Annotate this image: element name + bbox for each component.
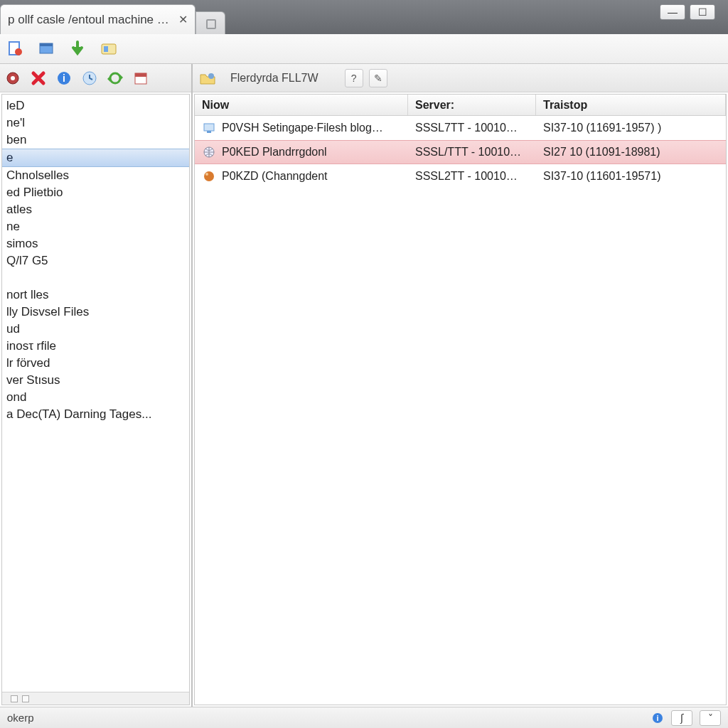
grid-panel: Niow Server: Traistop P0VSH Setingape·Fi…	[194, 94, 727, 705]
svg-rect-6	[104, 46, 108, 52]
tree-item[interactable]: leD	[2, 97, 189, 114]
window-icon[interactable]	[37, 40, 55, 58]
cell-server: SSSL/TTT - 10010…	[408, 146, 536, 159]
tree-item[interactable]: ne'l	[2, 114, 189, 132]
tree-panel: leDne'lbeneChnolsellesed Plietbioatlesne…	[1, 94, 190, 705]
column-header-traistop[interactable]: Traistop	[536, 95, 726, 115]
tree-item[interactable]: ver Stısus	[2, 372, 189, 389]
svg-point-8	[11, 76, 15, 80]
svg-point-1	[15, 48, 22, 55]
gear-icon[interactable]	[4, 70, 21, 87]
tree-item[interactable]: ond	[2, 389, 189, 406]
tree-item[interactable]: lr förved	[2, 355, 189, 372]
tree-item[interactable]: ed Plietbio	[2, 184, 189, 201]
cell-server: SSSL2TT - 10010…	[408, 170, 536, 183]
sync-icon[interactable]	[107, 70, 124, 87]
tree-list[interactable]: leDne'lbeneChnolsellesed Plietbioatlesne…	[2, 95, 189, 692]
cell-traistop: SI27 10 (11091‑18981)	[536, 146, 726, 159]
svg-point-20	[204, 171, 214, 181]
table-row[interactable]: P0KED PlandrrgdonlSSSL/TTT - 10010…SI27 …	[195, 140, 726, 164]
tree-item[interactable]	[2, 269, 189, 287]
main-toolbar	[0, 34, 728, 64]
svg-rect-17	[204, 124, 214, 131]
right-panel: Flerdyrda FLL7W ? ✎ Niow Server: Traisto…	[192, 64, 728, 707]
tree-item[interactable]: atles	[2, 201, 189, 218]
tree-item[interactable]: ben	[2, 132, 189, 149]
table-row[interactable]: P0VSH Setingape·Filesh blog…SSSL7TT - 10…	[195, 116, 726, 140]
tree-item[interactable]: a Dec(TA) Darning Tages...	[2, 406, 189, 423]
svg-rect-18	[207, 131, 211, 133]
cell-niow: P0VSH Setingape·Filesh blog…	[222, 122, 383, 134]
breadcrumb-label: Flerdyrda FLL7W	[223, 68, 326, 88]
left-panel: i leDne'lbeneChnolsellesed Plietbioatles…	[0, 64, 192, 707]
tree-item[interactable]: lly Disvsel Files	[2, 304, 189, 321]
scroll-left-icon[interactable]	[11, 695, 18, 702]
window-controls: — ☐	[660, 4, 728, 34]
column-header-niow[interactable]: Niow	[195, 95, 408, 115]
status-bar: okerp i ʃ ˅	[0, 707, 728, 728]
cell-traistop: SI37-10 (11691‑1957) )	[536, 122, 726, 134]
tree-item[interactable]: nort lles	[2, 287, 189, 304]
svg-point-21	[205, 173, 208, 176]
active-tab[interactable]: p ollf casle /entoul machine in... ✕	[0, 4, 196, 34]
delete-icon[interactable]	[30, 70, 47, 87]
download-icon[interactable]	[68, 40, 87, 58]
right-toolbar: Flerdyrda FLL7W ? ✎	[193, 64, 728, 92]
globe-icon	[202, 145, 216, 159]
clock-icon[interactable]	[81, 70, 98, 87]
info-icon[interactable]: i	[651, 712, 664, 724]
svg-point-16	[208, 73, 214, 79]
grid-header: Niow Server: Traistop	[195, 95, 726, 116]
svg-marker-13	[107, 76, 110, 82]
tree-item[interactable]: Chnolselles	[2, 167, 189, 184]
cell-niow: P0KED Plandrrgdonl	[222, 146, 327, 159]
tree-item[interactable]: Q/l7 G5	[2, 252, 189, 269]
folder-icon[interactable]	[198, 69, 217, 87]
svg-text:i: i	[656, 714, 658, 722]
cell-traistop: SI37-10 (11601‑19571)	[536, 170, 726, 183]
restore-button[interactable]: ☐	[690, 4, 715, 20]
cell-niow: P0KZD (Channgdent	[222, 170, 328, 183]
titlebar: p ollf casle /entoul machine in... ✕ — ☐	[0, 0, 728, 34]
new-tab-button[interactable]	[196, 11, 225, 34]
monitor-icon	[202, 121, 216, 135]
tab-label: p ollf casle /entoul machine in...	[8, 13, 171, 27]
tree-item[interactable]: e	[2, 149, 189, 167]
grid-body[interactable]: P0VSH Setingape·Filesh blog…SSSL7TT - 10…	[195, 116, 726, 705]
window-frame: p ollf casle /entoul machine in... ✕ — ☐	[0, 0, 728, 728]
main-body: i leDne'lbeneChnolsellesed Plietbioatles…	[0, 64, 728, 707]
calendar-icon[interactable]	[132, 70, 149, 87]
scroll-right-icon[interactable]	[22, 695, 29, 702]
left-toolbar: i	[0, 64, 191, 92]
status-button-1[interactable]: ʃ	[671, 710, 692, 726]
orb-icon	[202, 169, 216, 183]
edit-button[interactable]: ✎	[369, 69, 387, 87]
status-button-2[interactable]: ˅	[700, 710, 721, 726]
table-row[interactable]: P0KZD (ChanngdentSSSL2TT - 10010…SI37-10…	[195, 164, 726, 188]
svg-rect-3	[40, 43, 53, 46]
id-card-icon[interactable]	[100, 40, 118, 58]
status-text: okerp	[7, 712, 34, 724]
tree-item[interactable]: ud	[2, 321, 189, 338]
minimize-button[interactable]: —	[660, 4, 685, 20]
column-header-server[interactable]: Server:	[408, 95, 536, 115]
info-icon[interactable]: i	[55, 70, 73, 87]
tree-item[interactable]: inosτ rfile	[2, 338, 189, 355]
new-doc-icon[interactable]	[6, 40, 24, 58]
svg-text:i: i	[63, 73, 65, 84]
close-icon[interactable]: ✕	[178, 13, 188, 26]
tree-item[interactable]: ne	[2, 218, 189, 235]
tree-item[interactable]: simos	[2, 235, 189, 252]
cell-server: SSSL7TT - 10010…	[408, 122, 536, 134]
svg-rect-15	[135, 73, 146, 77]
help-button[interactable]: ?	[345, 69, 363, 87]
tree-hscroll[interactable]	[2, 692, 189, 705]
